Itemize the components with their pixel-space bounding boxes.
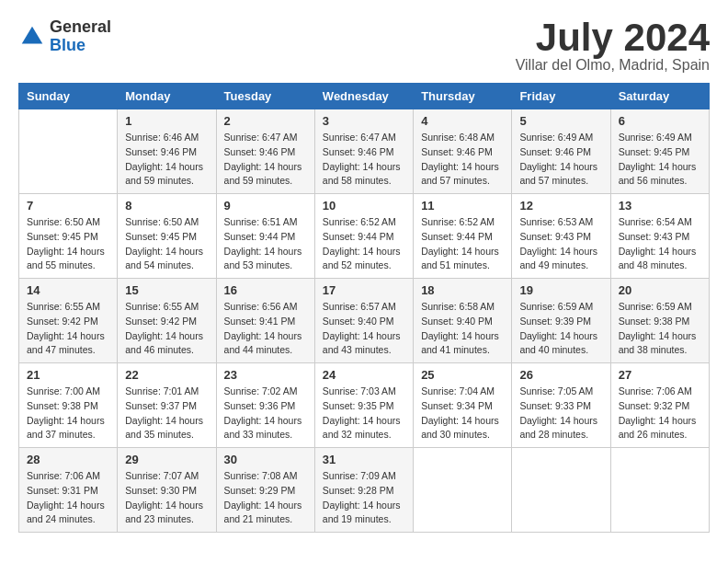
- day-info: Sunrise: 6:55 AMSunset: 9:42 PMDaylight:…: [125, 300, 208, 358]
- calendar-cell: 26Sunrise: 7:05 AMSunset: 9:33 PMDayligh…: [512, 363, 610, 448]
- day-of-week-header: Tuesday: [216, 84, 314, 109]
- svg-marker-0: [22, 27, 43, 44]
- day-number: 22: [125, 368, 208, 382]
- day-number: 9: [224, 199, 307, 213]
- day-number: 10: [323, 199, 405, 213]
- day-number: 29: [125, 453, 208, 466]
- calendar-cell: 27Sunrise: 7:06 AMSunset: 9:32 PMDayligh…: [610, 363, 709, 448]
- day-number: 8: [125, 199, 208, 213]
- calendar-cell: 30Sunrise: 7:08 AMSunset: 9:29 PMDayligh…: [216, 448, 314, 533]
- day-info: Sunrise: 6:47 AMSunset: 9:46 PMDaylight:…: [224, 131, 307, 189]
- day-number: 18: [421, 283, 504, 297]
- day-number: 3: [323, 114, 405, 128]
- day-info: Sunrise: 7:07 AMSunset: 9:30 PMDaylight:…: [125, 469, 208, 527]
- calendar-cell: 31Sunrise: 7:09 AMSunset: 9:28 PMDayligh…: [314, 448, 413, 533]
- day-number: 26: [519, 368, 602, 382]
- calendar-cell: 22Sunrise: 7:01 AMSunset: 9:37 PMDayligh…: [118, 363, 216, 448]
- logo-text: General Blue: [50, 18, 111, 55]
- day-info: Sunrise: 7:09 AMSunset: 9:28 PMDaylight:…: [323, 469, 405, 527]
- day-number: 12: [519, 199, 602, 213]
- calendar-header: SundayMondayTuesdayWednesdayThursdayFrid…: [19, 84, 710, 109]
- day-info: Sunrise: 6:59 AMSunset: 9:39 PMDaylight:…: [519, 300, 602, 358]
- day-number: 6: [619, 114, 701, 128]
- logo: General Blue: [18, 18, 111, 55]
- day-info: Sunrise: 6:46 AMSunset: 9:46 PMDaylight:…: [125, 131, 208, 189]
- calendar-week-row: 1Sunrise: 6:46 AMSunset: 9:46 PMDaylight…: [19, 109, 710, 194]
- day-info: Sunrise: 6:48 AMSunset: 9:46 PMDaylight:…: [421, 131, 504, 189]
- day-number: 13: [619, 199, 701, 213]
- calendar-cell: 14Sunrise: 6:55 AMSunset: 9:42 PMDayligh…: [19, 279, 118, 363]
- calendar-cell: 18Sunrise: 6:58 AMSunset: 9:40 PMDayligh…: [414, 279, 512, 363]
- day-number: 23: [224, 368, 307, 382]
- day-info: Sunrise: 6:49 AMSunset: 9:46 PMDaylight:…: [519, 131, 602, 189]
- day-info: Sunrise: 7:06 AMSunset: 9:31 PMDaylight:…: [27, 469, 109, 527]
- day-number: 11: [421, 199, 504, 213]
- calendar-table: SundayMondayTuesdayWednesdayThursdayFrid…: [18, 83, 710, 533]
- calendar-week-row: 14Sunrise: 6:55 AMSunset: 9:42 PMDayligh…: [19, 279, 710, 363]
- day-info: Sunrise: 6:59 AMSunset: 9:38 PMDaylight:…: [619, 300, 701, 358]
- calendar-week-row: 28Sunrise: 7:06 AMSunset: 9:31 PMDayligh…: [19, 448, 710, 533]
- days-of-week-row: SundayMondayTuesdayWednesdayThursdayFrid…: [19, 84, 710, 109]
- day-info: Sunrise: 7:01 AMSunset: 9:37 PMDaylight:…: [125, 385, 208, 442]
- day-of-week-header: Friday: [512, 84, 610, 109]
- day-info: Sunrise: 6:50 AMSunset: 9:45 PMDaylight:…: [27, 215, 109, 273]
- logo-blue: Blue: [50, 37, 111, 55]
- day-info: Sunrise: 6:54 AMSunset: 9:43 PMDaylight:…: [619, 215, 701, 273]
- page-header: General Blue July 2024 Villar del Olmo, …: [18, 18, 710, 74]
- day-number: 16: [224, 283, 307, 297]
- day-info: Sunrise: 7:03 AMSunset: 9:35 PMDaylight:…: [323, 385, 405, 442]
- day-info: Sunrise: 6:50 AMSunset: 9:45 PMDaylight:…: [125, 215, 208, 273]
- calendar-cell: 17Sunrise: 6:57 AMSunset: 9:40 PMDayligh…: [314, 279, 413, 363]
- day-info: Sunrise: 6:55 AMSunset: 9:42 PMDaylight:…: [27, 300, 109, 358]
- calendar-week-row: 7Sunrise: 6:50 AMSunset: 9:45 PMDaylight…: [19, 194, 710, 279]
- calendar-cell: 7Sunrise: 6:50 AMSunset: 9:45 PMDaylight…: [19, 194, 118, 279]
- day-number: 4: [421, 114, 504, 128]
- day-info: Sunrise: 6:51 AMSunset: 9:44 PMDaylight:…: [224, 215, 307, 273]
- calendar-cell: 11Sunrise: 6:52 AMSunset: 9:44 PMDayligh…: [414, 194, 512, 279]
- calendar-cell: 24Sunrise: 7:03 AMSunset: 9:35 PMDayligh…: [314, 363, 413, 448]
- day-info: Sunrise: 6:52 AMSunset: 9:44 PMDaylight:…: [421, 215, 504, 273]
- calendar-cell: 1Sunrise: 6:46 AMSunset: 9:46 PMDaylight…: [118, 109, 216, 194]
- day-of-week-header: Thursday: [414, 84, 512, 109]
- day-of-week-header: Monday: [118, 84, 216, 109]
- calendar-cell: 15Sunrise: 6:55 AMSunset: 9:42 PMDayligh…: [118, 279, 216, 363]
- day-number: 19: [519, 283, 602, 297]
- subtitle: Villar del Olmo, Madrid, Spain: [516, 57, 710, 74]
- day-info: Sunrise: 6:47 AMSunset: 9:46 PMDaylight:…: [323, 131, 405, 189]
- day-info: Sunrise: 7:02 AMSunset: 9:36 PMDaylight:…: [224, 385, 307, 442]
- day-info: Sunrise: 6:52 AMSunset: 9:44 PMDaylight:…: [323, 215, 405, 273]
- day-number: 28: [27, 453, 109, 466]
- calendar-cell: [610, 448, 709, 533]
- day-number: 17: [323, 283, 405, 297]
- calendar-cell: 8Sunrise: 6:50 AMSunset: 9:45 PMDaylight…: [118, 194, 216, 279]
- calendar-cell: 6Sunrise: 6:49 AMSunset: 9:45 PMDaylight…: [610, 109, 709, 194]
- day-of-week-header: Wednesday: [314, 84, 413, 109]
- calendar-week-row: 21Sunrise: 7:00 AMSunset: 9:38 PMDayligh…: [19, 363, 710, 448]
- day-number: 31: [323, 453, 405, 466]
- day-info: Sunrise: 7:04 AMSunset: 9:34 PMDaylight:…: [421, 385, 504, 442]
- day-number: 25: [421, 368, 504, 382]
- day-number: 24: [323, 368, 405, 382]
- day-number: 7: [27, 199, 109, 213]
- calendar-cell: 2Sunrise: 6:47 AMSunset: 9:46 PMDaylight…: [216, 109, 314, 194]
- day-info: Sunrise: 7:05 AMSunset: 9:33 PMDaylight:…: [519, 385, 602, 442]
- day-info: Sunrise: 6:57 AMSunset: 9:40 PMDaylight:…: [323, 300, 405, 358]
- day-of-week-header: Sunday: [19, 84, 118, 109]
- day-info: Sunrise: 6:58 AMSunset: 9:40 PMDaylight:…: [421, 300, 504, 358]
- calendar-cell: 20Sunrise: 6:59 AMSunset: 9:38 PMDayligh…: [610, 279, 709, 363]
- calendar-cell: 5Sunrise: 6:49 AMSunset: 9:46 PMDaylight…: [512, 109, 610, 194]
- logo-icon: [18, 23, 46, 51]
- day-number: 27: [619, 368, 701, 382]
- title-area: July 2024 Villar del Olmo, Madrid, Spain: [516, 18, 710, 74]
- day-info: Sunrise: 6:53 AMSunset: 9:43 PMDaylight:…: [519, 215, 602, 273]
- day-info: Sunrise: 7:00 AMSunset: 9:38 PMDaylight:…: [27, 385, 109, 442]
- calendar-cell: 19Sunrise: 6:59 AMSunset: 9:39 PMDayligh…: [512, 279, 610, 363]
- calendar-cell: 28Sunrise: 7:06 AMSunset: 9:31 PMDayligh…: [19, 448, 118, 533]
- calendar-cell: 10Sunrise: 6:52 AMSunset: 9:44 PMDayligh…: [314, 194, 413, 279]
- calendar-cell: 3Sunrise: 6:47 AMSunset: 9:46 PMDaylight…: [314, 109, 413, 194]
- calendar-body: 1Sunrise: 6:46 AMSunset: 9:46 PMDaylight…: [19, 109, 710, 533]
- calendar-cell: [512, 448, 610, 533]
- day-of-week-header: Saturday: [610, 84, 709, 109]
- calendar-cell: 23Sunrise: 7:02 AMSunset: 9:36 PMDayligh…: [216, 363, 314, 448]
- day-number: 5: [519, 114, 602, 128]
